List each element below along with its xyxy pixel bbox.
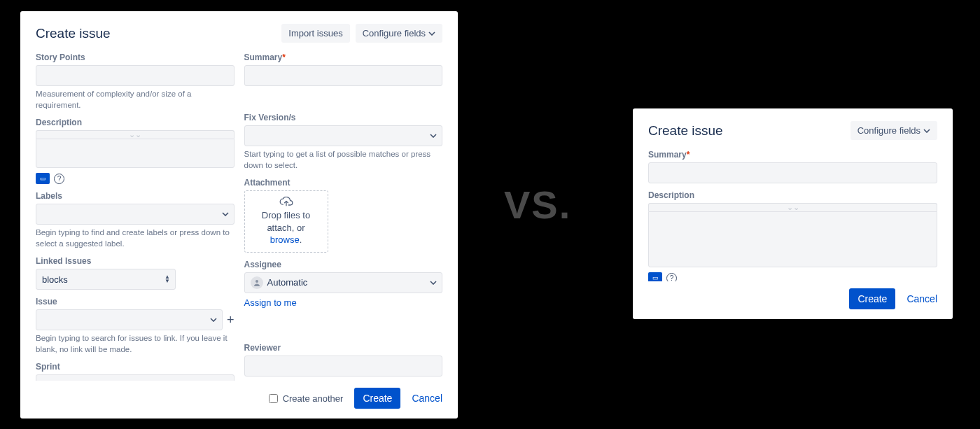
required-asterisk: *: [282, 52, 286, 62]
cancel-link[interactable]: Cancel: [906, 293, 937, 304]
header-actions: Import issues Configure fields: [281, 24, 442, 43]
label-fix-version: Fix Version/s: [244, 113, 443, 122]
form-col-right: Summary* Fix Version/s Start typing to g…: [244, 52, 443, 383]
create-another-wrap[interactable]: Create another: [266, 392, 344, 405]
dropzone-text-2: attach, or: [267, 223, 304, 233]
help-story-points: Measurement of complexity and/or size of…: [36, 89, 234, 111]
reviewer-input[interactable]: [244, 356, 443, 377]
create-button[interactable]: Create: [354, 388, 400, 409]
issue-select[interactable]: [36, 309, 223, 330]
field-labels: Labels Begin typing to find and create l…: [36, 191, 234, 249]
label-description: Description: [648, 190, 937, 200]
create-issue-dialog-full: Create issue Import issues Configure fie…: [20, 11, 458, 419]
field-story-points: Story Points Measurement of complexity a…: [36, 52, 234, 111]
labels-select[interactable]: [36, 204, 234, 225]
header-actions: Configure fields: [850, 121, 937, 140]
assignee-select[interactable]: Automatic: [244, 272, 443, 293]
description-textarea[interactable]: [36, 139, 234, 168]
label-reviewer: Reviewer: [244, 343, 443, 353]
label-attachment: Attachment: [244, 178, 443, 188]
dialog-footer: Create Cancel: [648, 281, 937, 309]
create-button[interactable]: Create: [849, 288, 895, 309]
linked-issues-value: blocks: [42, 274, 68, 285]
assign-to-me-link[interactable]: Assign to me: [244, 297, 297, 308]
help-fix-version: Start typing to get a list of possible m…: [244, 149, 443, 171]
drag-handle-icon[interactable]: ⌄⌄: [36, 130, 234, 139]
configure-fields-button[interactable]: Configure fields: [356, 24, 442, 43]
field-sprint: Sprint Jira Software sprint field: [36, 362, 234, 383]
label-summary: Summary*: [244, 52, 443, 62]
configure-fields-label: Configure fields: [858, 125, 920, 136]
browse-link[interactable]: browse: [270, 234, 300, 245]
svg-point-0: [255, 280, 258, 283]
avatar-icon: [251, 276, 263, 289]
help-icon[interactable]: ?: [54, 174, 64, 184]
create-another-label: Create another: [283, 393, 344, 404]
label-description: Description: [36, 118, 234, 127]
drag-handle-icon[interactable]: ⌄⌄: [648, 203, 937, 211]
chevron-down-icon: [923, 129, 930, 133]
field-description: Description ⌄⌄ ▭ ?: [36, 118, 234, 184]
form-col-left: Story Points Measurement of complexity a…: [36, 52, 234, 383]
summary-input[interactable]: [648, 162, 937, 183]
fix-version-select[interactable]: [244, 125, 443, 146]
dialog-header: Create issue Import issues Configure fie…: [36, 24, 442, 43]
create-issue-dialog-compact: Create issue Configure fields Summary* D…: [633, 108, 953, 319]
dialog-footer: Create another Create Cancel: [36, 381, 442, 409]
configure-fields-label: Configure fields: [363, 28, 426, 38]
add-issue-button[interactable]: +: [227, 313, 234, 328]
upload-icon: [279, 197, 293, 208]
field-issue: Issue + Begin typing to search for issue…: [36, 297, 234, 355]
label-sprint: Sprint: [36, 362, 234, 372]
import-issues-button[interactable]: Import issues: [281, 24, 349, 43]
visual-tab-icon[interactable]: ▭: [36, 173, 50, 184]
cancel-link[interactable]: Cancel: [412, 393, 442, 404]
description-textarea[interactable]: [648, 211, 937, 267]
description-tools: ▭ ?: [36, 173, 234, 184]
assignee-value: Automatic: [267, 277, 308, 288]
field-summary: Summary*: [648, 150, 937, 183]
dialog-title: Create issue: [648, 123, 723, 139]
field-linked-issues: Linked Issues blocks ▲▼: [36, 256, 234, 290]
dropzone-text-1: Drop files to: [262, 210, 310, 220]
story-points-input[interactable]: [36, 65, 234, 86]
field-assignee: Assignee Automatic Assign to me: [244, 260, 443, 308]
label-linked-issues: Linked Issues: [36, 256, 234, 266]
dialog-header: Create issue Configure fields: [648, 121, 937, 140]
linked-issues-select[interactable]: blocks: [36, 269, 176, 290]
label-issue: Issue: [36, 297, 234, 307]
attachment-dropzone[interactable]: Drop files to attach, or browse.: [244, 190, 328, 253]
label-assignee: Assignee: [244, 260, 443, 269]
field-attachment: Attachment Drop files to attach, or brow…: [244, 178, 443, 253]
summary-input[interactable]: [244, 65, 443, 86]
create-another-checkbox[interactable]: [269, 394, 278, 403]
configure-fields-button[interactable]: Configure fields: [850, 121, 937, 140]
chevron-down-icon: [428, 31, 435, 36]
label-summary: Summary*: [648, 150, 937, 160]
dialog-title: Create issue: [36, 26, 111, 41]
import-issues-label: Import issues: [288, 28, 342, 38]
label-story-points: Story Points: [36, 52, 234, 62]
field-description: Description ⌄⌄ ▭ ?: [648, 190, 937, 283]
form-columns: Story Points Measurement of complexity a…: [36, 52, 442, 383]
field-reviewer: Reviewer Start typing to get a list of p…: [244, 343, 443, 383]
required-asterisk: *: [687, 150, 690, 160]
help-labels: Begin typing to find and create labels o…: [36, 227, 234, 249]
field-summary: Summary*: [244, 52, 443, 86]
label-labels: Labels: [36, 191, 234, 201]
help-issue: Begin typing to search for issues to lin…: [36, 333, 234, 355]
vs-text: VS.: [504, 182, 571, 227]
field-fix-version: Fix Version/s Start typing to get a list…: [244, 113, 443, 171]
